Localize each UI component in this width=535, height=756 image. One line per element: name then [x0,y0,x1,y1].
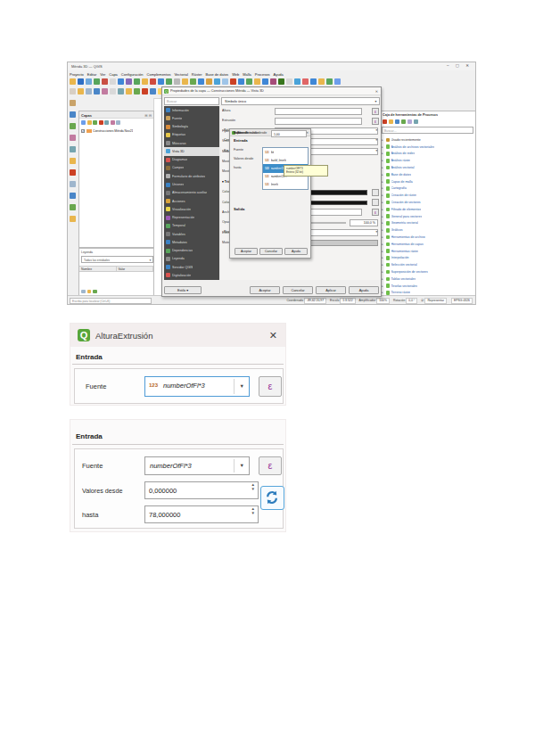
toolbar-icon[interactable] [286,78,292,85]
toolbar-icon[interactable] [70,181,76,187]
panel-header-icons[interactable]: ⊞ ⊟ [144,113,152,118]
expand-arrow-icon[interactable]: ▸ [382,291,384,294]
property-field[interactable] [275,118,362,125]
window-controls[interactable]: – ▢ ✕ [447,63,472,68]
toolbar-icon[interactable] [246,78,252,85]
layers-tool-icon[interactable] [93,120,97,125]
expand-arrow-icon[interactable]: ▸ [382,277,384,281]
layers-tool-icon[interactable] [111,120,115,125]
expand-arrow-icon[interactable]: ▸ [382,180,384,184]
assistant-button[interactable]: Ayuda [284,248,308,255]
properties-search-input[interactable]: Buscar [164,97,219,105]
sidebar-tab[interactable]: Vista 3D [164,147,219,155]
dropdown-item[interactable]: 123 levels [263,181,308,189]
toolbar-icon[interactable] [110,88,116,94]
toolbox-tree-item[interactable]: ▸ Herramientas de capas [382,241,474,248]
expression-button[interactable]: ε [259,376,282,397]
dialog-button[interactable]: Cancelar [283,286,313,294]
layers-tool-icon[interactable] [87,120,92,125]
sidebar-tab[interactable]: Metadatos [164,238,219,246]
sidebar-tab[interactable]: Almacenamiento auxiliar [164,189,219,197]
toolbar-icon[interactable] [326,78,333,85]
hasta-spinbox[interactable]: 78,000000 ▲▼ [144,505,259,523]
expand-arrow-icon[interactable]: ▸ [382,173,384,177]
toolbar-icon[interactable] [94,88,100,94]
toolbar-icon[interactable] [70,123,76,129]
assistant-button[interactable]: Aceptar [235,248,258,255]
toolbar-icon[interactable] [134,88,140,94]
toolbox-tree-item[interactable]: ▸ Geometría vectorial [382,220,474,227]
expand-arrow-icon[interactable]: ▸ [382,270,384,274]
toolbar-icon[interactable] [150,88,156,94]
toolbar-icon[interactable] [318,78,325,85]
toolbox-tool-icon[interactable] [383,119,387,124]
toolbar-icon[interactable] [118,88,124,94]
sidebar-tab[interactable]: Diagramas [164,156,219,164]
toolbar-icon[interactable] [166,78,172,85]
layer-item[interactable]: ✔ Construcciones Mérida Nov21 [81,129,152,133]
toolbar-icon[interactable] [78,88,84,94]
menu-item[interactable]: Base de datos [206,72,229,77]
layers-tool-icon[interactable] [81,120,86,125]
toolbox-tree-item[interactable]: ▸ Selección vectorial [382,261,474,268]
toolbox-tree-item[interactable]: ▸ Filtrado de elementos [382,206,474,213]
sidebar-tab[interactable]: Uniones [164,180,219,188]
dropdown-item[interactable]: 123 build_levels [263,156,308,164]
sidebar-tab[interactable]: Visualización [164,205,219,213]
assistant-button[interactable]: Cancelar [259,248,283,255]
toolbar-icon[interactable] [70,204,76,210]
toolbar-icon[interactable] [70,146,76,152]
toolbox-tree-item[interactable]: ▸ Herramientas de archivo [382,234,474,241]
dialog-button[interactable]: Aplicar [316,286,346,294]
toolbar-icon[interactable] [254,78,260,85]
menu-item[interactable]: Proyecto [70,72,84,77]
menu-item[interactable]: Capa [109,72,118,77]
data-defined-override-button[interactable]: ε [372,209,379,216]
close-icon[interactable]: ✕ [269,330,277,341]
dialog-button[interactable]: Ayuda [349,286,379,294]
legend-tool-icon[interactable] [81,290,86,294]
toolbar-icon[interactable] [86,88,92,94]
toolbar-icon[interactable] [70,193,76,199]
toolbar-icon[interactable] [238,78,244,85]
sidebar-tab[interactable]: Representación [164,213,219,221]
expand-arrow-icon[interactable]: ▸ [382,201,384,204]
menu-item[interactable]: Ver [100,72,105,77]
refresh-values-button[interactable] [260,486,284,510]
toolbar-icon[interactable] [198,78,204,85]
toolbar-icon[interactable] [182,78,188,85]
data-defined-override-button[interactable]: ε [372,108,379,115]
toolbox-tree-item[interactable]: ▸ Análisis de redes [382,151,474,158]
toolbox-tree-item[interactable]: ▸ Herramientas ráster [382,248,474,255]
layer-visibility-checkbox[interactable]: ✔ [81,129,85,133]
expand-arrow-icon[interactable]: ▸ [382,208,384,211]
sidebar-tab[interactable]: Formulario de atributos [164,172,219,180]
data-defined-override-button[interactable]: ε [372,118,379,125]
toolbox-tree-item[interactable]: ▸ Creación de vectores [382,199,474,206]
expand-arrow-icon[interactable]: ▸ [382,159,384,162]
expand-arrow-icon[interactable]: ▸ [382,193,384,197]
menu-item[interactable]: Web [232,72,239,77]
statusbar-item[interactable]: EPSG:4326 [450,298,473,304]
expand-arrow-icon[interactable]: ▸ [382,242,384,246]
toolbar-icon[interactable] [174,78,180,85]
toolbar-icon[interactable] [70,135,76,141]
legend-tool-icon[interactable] [93,290,97,294]
dialog-button[interactable]: Aceptar [250,286,280,294]
toolbar-icon[interactable] [70,100,76,106]
menu-item[interactable]: Vectorial [174,72,187,77]
toolbox-tool-icon[interactable] [414,119,418,124]
toolbox-tree-item[interactable]: ▸ Capas de malla [382,178,474,185]
toolbar-icon[interactable] [102,78,108,85]
toolbox-tree-item[interactable]: ▸ Interpolación [382,255,474,262]
expand-arrow-icon[interactable]: ▸ [382,263,384,267]
expand-arrow-icon[interactable]: ▸ [382,152,384,155]
sidebar-tab[interactable]: Fuente [164,114,219,122]
layers-tool-icon[interactable] [104,120,109,125]
toolbox-tree-item[interactable]: ▸ Teselas vectoriales [382,283,474,290]
toolbar-icon[interactable] [158,78,164,85]
toolbar-icon[interactable] [214,78,220,85]
dropdown-item[interactable]: 123 fid [263,148,308,156]
statusbar-item[interactable]: Escala 1:3.522 [330,298,356,304]
sidebar-tab[interactable]: Digitalización [164,271,219,279]
